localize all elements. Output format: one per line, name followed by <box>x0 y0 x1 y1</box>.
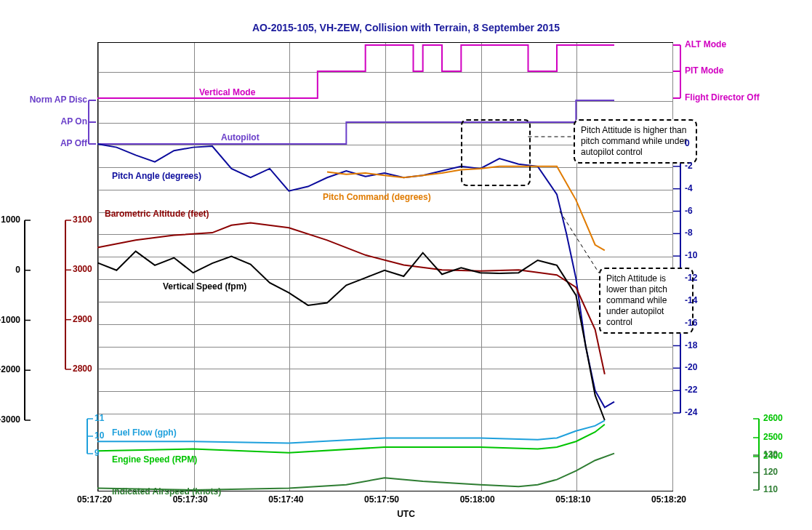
x-tick: 05:17:40 <box>268 494 303 505</box>
vs-tick: -3000 <box>0 414 20 425</box>
pitch-tick: -20 <box>685 362 697 372</box>
annot-region-higher <box>461 119 531 186</box>
baro-tick: 3100 <box>73 214 92 225</box>
x-tick: 05:18:10 <box>555 494 590 505</box>
chart-frame: AO-2015-105, VH-ZEW, Collision with Terr… <box>0 0 812 530</box>
vs-tick: 1000 <box>1 214 20 225</box>
x-tick: 05:18:20 <box>651 494 686 505</box>
x-axis-label: UTC <box>0 509 812 519</box>
vmode-pit: PIT Mode <box>685 65 806 76</box>
rpm-tick: 2600 <box>763 413 783 423</box>
label-vmode: Vertical Mode <box>199 87 255 97</box>
pitch-tick: -16 <box>685 318 697 328</box>
pitch-tick: 0 <box>685 138 690 148</box>
x-tick: 05:17:30 <box>173 494 208 505</box>
baro-tick: 2900 <box>73 314 92 324</box>
label-autopilot: Autopilot <box>221 132 260 142</box>
vs-tick: -2000 <box>0 364 20 374</box>
ias-tick: 120 <box>763 467 778 477</box>
ap-off-label: AP Off <box>19 138 87 148</box>
vmode-fdoff: Flight Director Off <box>685 92 806 103</box>
x-tick: 05:17:50 <box>364 494 399 505</box>
trace-layer <box>0 0 812 530</box>
svg-line-46 <box>560 212 599 273</box>
vs-tick: 0 <box>15 265 20 275</box>
ff-tick: 10 <box>95 430 104 441</box>
label-pitch-angle: Pitch Angle (degrees) <box>112 171 201 181</box>
x-tick: 05:18:00 <box>460 494 495 505</box>
x-tick: 05:17:20 <box>77 494 112 505</box>
pitch-tick: -18 <box>685 340 697 350</box>
rpm-tick: 2500 <box>763 432 783 442</box>
label-vs: Vertical Speed (fpm) <box>163 281 246 292</box>
pitch-tick: -4 <box>685 183 693 193</box>
ias-tick: 130 <box>763 449 778 459</box>
label-rpm: Engine Speed (RPM) <box>112 454 197 465</box>
baro-tick: 3000 <box>73 264 92 274</box>
label-ff: Fuel Flow (gph) <box>112 427 177 438</box>
pitch-tick: -24 <box>685 407 697 417</box>
pitch-tick: -22 <box>685 385 697 395</box>
annot-higher: Pitch Attitude is higher than pitch comm… <box>574 119 697 164</box>
ias-tick: 110 <box>763 484 778 494</box>
label-baro: Barometric Altitude (feet) <box>105 209 209 219</box>
baro-tick: 2800 <box>73 364 92 374</box>
ap-on-label: AP On <box>19 116 87 127</box>
annot-lower: Pitch Attitude is lower than pitch comma… <box>599 268 694 334</box>
vmode-alt: ALT Mode <box>685 39 806 49</box>
pitch-tick: -10 <box>685 250 697 260</box>
label-pitch-cmd: Pitch Command (degrees) <box>323 192 431 202</box>
vs-tick: -1000 <box>0 315 20 325</box>
pitch-tick: -8 <box>685 228 693 238</box>
ap-disc-label: Norm AP Disc <box>19 95 87 105</box>
ff-tick: 11 <box>95 413 104 423</box>
pitch-tick: -12 <box>685 273 697 283</box>
pitch-tick: -6 <box>685 206 693 216</box>
pitch-tick: -2 <box>685 161 693 171</box>
ff-tick: 9 <box>95 448 100 458</box>
pitch-tick: -14 <box>685 295 697 305</box>
